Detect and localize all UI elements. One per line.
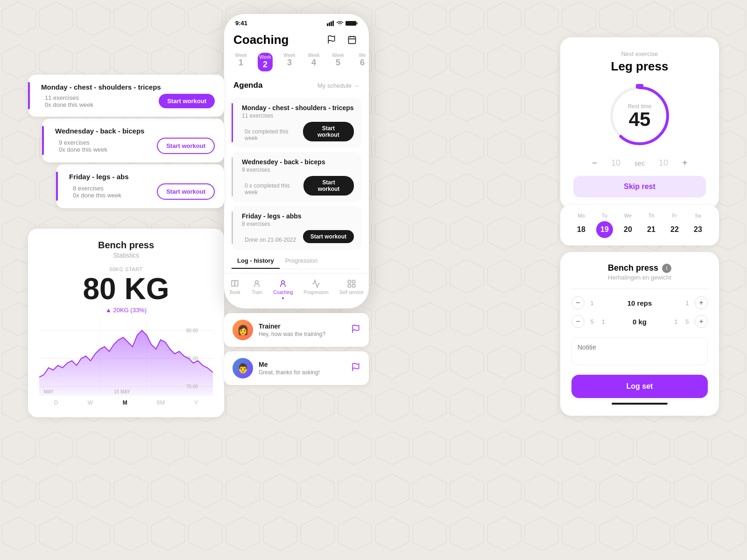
agenda-title: Agenda xyxy=(233,81,262,90)
cal-day-th[interactable]: Th 21 xyxy=(643,213,660,238)
cal-mo-num[interactable]: 18 xyxy=(573,221,590,238)
cal-fr-num[interactable]: 22 xyxy=(666,221,683,238)
flag-icon[interactable] xyxy=(324,32,339,47)
period-w[interactable]: W xyxy=(88,399,93,406)
trainer-message: Hey, how was the training? xyxy=(259,331,345,337)
week-tab-2[interactable]: Week 2 xyxy=(258,53,273,71)
nav-book[interactable]: Book xyxy=(229,279,240,299)
cal-day-fr[interactable]: Fr 22 xyxy=(666,213,683,238)
period-y[interactable]: Y xyxy=(194,399,198,406)
reps-plus-btn[interactable]: + xyxy=(695,296,708,309)
week-tab-6[interactable]: We 6 xyxy=(355,53,369,71)
kg-right-val2: 5 xyxy=(684,318,691,325)
my-schedule-link[interactable]: My schedule → xyxy=(317,82,359,89)
book-icon xyxy=(229,279,240,288)
cal-sa-num[interactable]: 23 xyxy=(690,221,706,238)
right-plus-button[interactable]: + xyxy=(682,158,688,168)
period-6m[interactable]: 6M xyxy=(157,399,165,406)
monday-start-button[interactable]: Start workout xyxy=(159,94,215,108)
timer-exercise-name: Leg press xyxy=(573,59,706,74)
stats-card: Bench press Statistics 60KG START 80 KG … xyxy=(28,229,224,417)
monday-row: 11 exercises 0x done this week Start wor… xyxy=(37,94,215,108)
cal-sa-label: Sa xyxy=(695,213,701,218)
info-icon[interactable]: i xyxy=(662,264,671,273)
next-exercise-label: Next exercise xyxy=(573,50,706,57)
wednesday-row: 9 exercises 0x done this week Start work… xyxy=(51,138,215,154)
cal-we-num[interactable]: 20 xyxy=(620,221,636,238)
svg-rect-23 xyxy=(348,280,351,283)
chart-svg: 80.00 75.00 70.00 MAY 15 MAY xyxy=(39,321,213,396)
battery-icon xyxy=(345,21,358,26)
phone-friday-row: Done on 21-06-2022 Start workout xyxy=(239,230,354,243)
phone-app-title: Coaching xyxy=(233,33,289,47)
chart-period-labels: D W M 6M Y xyxy=(39,399,213,406)
week-tab-4[interactable]: Week 4 xyxy=(306,53,321,71)
kg-minus-btn[interactable]: − xyxy=(571,315,585,328)
tab-progression[interactable]: Progression xyxy=(280,253,323,269)
cal-tu-label: Tu xyxy=(602,213,607,218)
coaching-icon xyxy=(277,279,289,288)
phone-monday-start[interactable]: Start workout xyxy=(303,122,354,141)
phone-workout-friday: Friday - legs - abbs 8 exercises Done on… xyxy=(232,206,361,250)
reps-minus-btn[interactable]: − xyxy=(571,296,585,309)
phone-wednesday-start[interactable]: Start workout xyxy=(303,176,354,196)
nav-coaching[interactable]: Coaching xyxy=(273,279,293,299)
nav-train[interactable]: Train xyxy=(251,279,262,299)
svg-rect-15 xyxy=(357,22,358,24)
friday-start-button[interactable]: Start workout xyxy=(157,183,215,200)
me-name: Me xyxy=(259,361,345,368)
period-m[interactable]: M xyxy=(123,399,127,406)
stats-subtitle: Statistics xyxy=(39,252,213,259)
kg-left-stepper: − 5 1 xyxy=(571,315,607,328)
svg-rect-13 xyxy=(332,21,334,26)
phone-monday-row: 0x completed this week Start workout xyxy=(239,122,354,141)
phone-friday-completed: Done on 21-06-2022 xyxy=(242,237,296,243)
logset-divider xyxy=(571,288,708,289)
friday-title: Friday - legs - abs xyxy=(65,173,215,181)
left-minus-button[interactable]: − xyxy=(592,158,597,168)
cal-day-sa[interactable]: Sa 23 xyxy=(690,213,706,238)
phone-monday-completed: 0x completed this week xyxy=(242,128,303,141)
svg-point-22 xyxy=(282,280,285,284)
nav-coaching-label: Coaching xyxy=(273,290,293,295)
wifi-icon xyxy=(336,21,344,26)
trainer-chat-content: Trainer Hey, how was the training? xyxy=(259,322,345,337)
log-set-button[interactable]: Log set xyxy=(571,375,708,398)
reps-right-stepper: 1 + xyxy=(684,296,708,309)
svg-rect-26 xyxy=(352,285,355,287)
chat-flag-icon-me[interactable] xyxy=(351,363,360,374)
reps-center: 10 reps xyxy=(627,299,652,307)
active-dot xyxy=(282,297,284,299)
week-tab-1[interactable]: Week 1 xyxy=(233,53,248,71)
wednesday-start-button[interactable]: Start workout xyxy=(157,138,215,154)
kg-left-val2: 1 xyxy=(599,318,607,325)
cal-day-tu[interactable]: Tu 19 xyxy=(596,213,613,238)
cal-day-mo[interactable]: Mo 18 xyxy=(573,213,590,238)
kg-plus-btn[interactable]: + xyxy=(695,315,708,328)
week-tab-3[interactable]: Week 3 xyxy=(282,53,297,71)
notitie-textarea[interactable] xyxy=(571,337,708,365)
progression-icon xyxy=(310,279,322,288)
skip-rest-button[interactable]: Skip rest xyxy=(573,176,706,197)
kg-left-val1: 5 xyxy=(588,318,596,325)
chat-flag-icon[interactable] xyxy=(351,324,360,336)
logset-card: Bench press i Herhalingen en gewicht − 1… xyxy=(560,252,719,416)
workout-card-wednesday: Wednesday - back - biceps 9 exercises 0x… xyxy=(42,119,224,162)
kg-center: 0 kg xyxy=(633,318,647,326)
week-tab-5[interactable]: Week 5 xyxy=(331,53,345,71)
nav-self-service[interactable]: Self service xyxy=(339,279,364,299)
cal-day-we[interactable]: We 20 xyxy=(620,213,636,238)
wednesday-title: Wednesday - back - biceps xyxy=(51,127,215,135)
signal-icon xyxy=(327,21,334,26)
cal-tu-num[interactable]: 19 xyxy=(596,221,613,238)
nav-book-label: Book xyxy=(230,290,240,295)
period-d[interactable]: D xyxy=(54,399,58,406)
nav-progression[interactable]: Progression xyxy=(304,279,329,299)
phone-friday-start[interactable]: Start workout xyxy=(303,230,354,243)
logset-kg-row: − 5 1 0 kg 1 5 + xyxy=(571,315,708,328)
phone-header: Coaching xyxy=(224,28,369,53)
tab-log-history[interactable]: Log - history xyxy=(232,253,280,269)
workout-card-friday: Friday - legs - abs 8 exercises 0x done … xyxy=(56,164,224,208)
calendar-icon[interactable] xyxy=(345,32,359,47)
cal-th-num[interactable]: 21 xyxy=(643,221,660,238)
